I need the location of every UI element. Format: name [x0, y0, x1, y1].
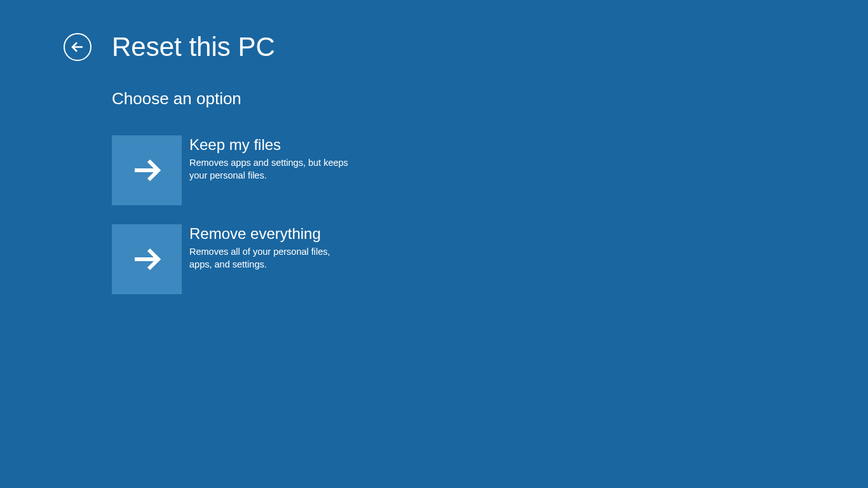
back-button[interactable]	[64, 33, 92, 61]
option-description: Removes apps and settings, but keeps you…	[189, 157, 351, 182]
option-keep-my-files[interactable]: Keep my files Removes apps and settings,…	[112, 135, 360, 205]
arrow-right-icon	[112, 135, 182, 205]
subtitle: Choose an option	[112, 89, 360, 109]
page-title: Reset this PC	[112, 32, 275, 62]
option-title: Keep my files	[189, 137, 351, 153]
option-remove-everything[interactable]: Remove everything Removes all of your pe…	[112, 224, 360, 294]
option-description: Removes all of your personal files, apps…	[189, 246, 351, 271]
option-title: Remove everything	[189, 226, 351, 242]
arrow-right-icon	[112, 224, 182, 294]
back-arrow-icon	[70, 39, 85, 55]
